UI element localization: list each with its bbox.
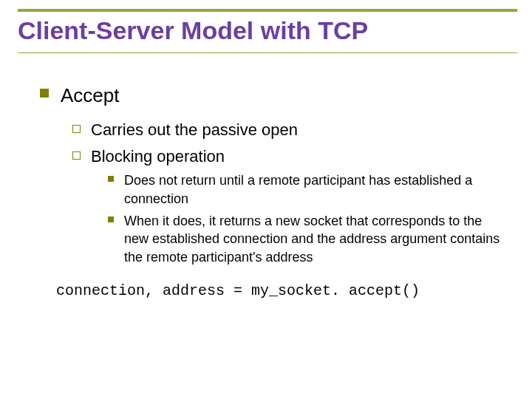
square-bullet-icon bbox=[40, 89, 49, 98]
list-item: When it does, it returns a new socket th… bbox=[108, 212, 508, 266]
list-item-label: Does not return until a remote participa… bbox=[124, 171, 505, 208]
slide-body: Accept Carries out the passive open Bloc… bbox=[18, 53, 517, 299]
square-bullet-icon bbox=[108, 176, 114, 182]
list-item: Carries out the passive open bbox=[72, 119, 508, 141]
list-item-label: Blocking operation bbox=[91, 146, 225, 168]
list-item-label: When it does, it returns a new socket th… bbox=[124, 212, 505, 266]
hollow-square-bullet-icon bbox=[72, 151, 81, 160]
code-line: connection, address = my_socket. accept(… bbox=[56, 282, 508, 299]
square-bullet-icon bbox=[108, 216, 114, 222]
list-item: Blocking operation bbox=[72, 146, 508, 168]
list-item-label: Carries out the passive open bbox=[91, 119, 298, 141]
hollow-square-bullet-icon bbox=[72, 125, 81, 133]
list-item: Accept bbox=[40, 83, 508, 109]
slide: Client-Server Model with TCP Accept Carr… bbox=[0, 0, 532, 399]
slide-title: Client-Server Model with TCP bbox=[18, 9, 517, 53]
list-item: Does not return until a remote participa… bbox=[108, 171, 508, 208]
list-item-label: Accept bbox=[61, 83, 120, 109]
